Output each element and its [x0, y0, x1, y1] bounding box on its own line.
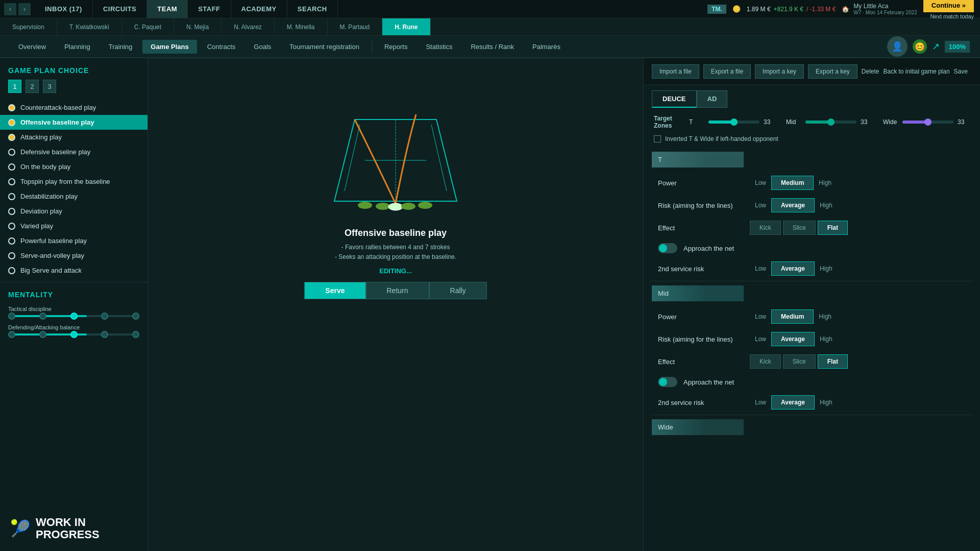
tz-t-slider[interactable]	[708, 121, 760, 124]
t-approach-toggle[interactable]	[658, 243, 677, 253]
tz-wide-slider[interactable]	[902, 121, 953, 124]
zone-wide-section: Wide	[652, 419, 972, 435]
import-file-button[interactable]: Import a file	[652, 64, 699, 79]
left-panel: GAME PLAN CHOICE 1 2 3 Counterattack-bas…	[0, 58, 148, 551]
nav-tournament-reg[interactable]: Tournament registration	[281, 40, 368, 54]
play-offensive-baseline[interactable]: Offensive baseline play	[0, 115, 148, 130]
player-tab-alvarez[interactable]: N. Alvarez	[222, 18, 275, 35]
mid-service-average-button[interactable]: Average	[771, 395, 815, 410]
play-counterattack[interactable]: Counterattack-based play	[0, 100, 148, 115]
return-tab[interactable]: Return	[366, 282, 429, 299]
tactical-discipline-slider[interactable]	[8, 315, 139, 317]
rally-tab[interactable]: Rally	[429, 282, 487, 299]
plan-num-3[interactable]: 3	[43, 80, 56, 93]
nav-reports[interactable]: Reports	[376, 40, 416, 54]
player-tab-partaud[interactable]: M. Partaud	[328, 18, 383, 35]
plan-num-2[interactable]: 2	[26, 80, 39, 93]
nav-overview[interactable]: Overview	[10, 40, 54, 54]
invert-label: Inverted T & Wide if left-handed opponen…	[665, 135, 778, 142]
mid-power-low-label: Low	[750, 313, 771, 320]
defending-attacking-slider[interactable]	[8, 333, 139, 336]
top-bar: ‹ › INBOX (17) CIRCUITS TEAM STAFF ACADE…	[0, 0, 980, 18]
play-topspin[interactable]: Topspin play from the baseline	[0, 174, 148, 189]
player-tab-kwiatkowski[interactable]: T. Kwiatkowski	[57, 18, 122, 35]
nav-contracts[interactable]: Contracts	[199, 40, 244, 54]
play-attacking[interactable]: Attacking play	[0, 130, 148, 145]
delete-button[interactable]: Delete	[862, 68, 879, 75]
player-tab-rune[interactable]: H. Rune	[382, 18, 430, 35]
power-medium-button[interactable]: Medium	[771, 176, 814, 190]
nav-forward-button[interactable]: ›	[18, 3, 31, 15]
serve-tabs: Serve Return Rally	[304, 282, 486, 299]
play-big-serve[interactable]: Big Serve and attack	[0, 263, 148, 278]
play-deviation[interactable]: Deviation play	[0, 204, 148, 219]
top-nav-team[interactable]: TEAM	[147, 0, 188, 18]
mid-service-options: Low Average High	[750, 395, 966, 410]
mid-risk-average-button[interactable]: Average	[771, 332, 815, 346]
top-nav-search[interactable]: SEARCH	[287, 0, 338, 18]
service-average-button[interactable]: Average	[771, 261, 815, 276]
mid-approach-toggle[interactable]	[658, 377, 677, 387]
mid-service-risk-row: 2nd service risk Low Average High	[652, 392, 972, 413]
effect-flat-button[interactable]: Flat	[818, 221, 848, 235]
nav-palmares[interactable]: Palmarès	[524, 40, 569, 54]
nav-training[interactable]: Training	[101, 40, 140, 54]
nav-planning[interactable]: Planning	[56, 40, 99, 54]
mid-effect-slice-button[interactable]: Slice	[783, 354, 816, 369]
tz-mid-slider[interactable]	[805, 121, 856, 124]
ad-tab[interactable]: AD	[697, 90, 728, 108]
play-defensive-baseline[interactable]: Defensive baseline play	[0, 145, 148, 159]
nav-back-button[interactable]: ‹	[4, 3, 16, 15]
invert-checkbox[interactable]	[654, 135, 661, 142]
player-tab-minella[interactable]: M. Minella	[275, 18, 328, 35]
dot-red-icon	[8, 237, 15, 245]
nav-goals[interactable]: Goals	[246, 40, 279, 54]
dot-red-icon	[8, 223, 15, 230]
play-powerful-baseline[interactable]: Powerful baseline play	[0, 233, 148, 248]
play-varied[interactable]: Varied play	[0, 219, 148, 233]
export-file-button[interactable]: Export a file	[703, 64, 751, 79]
import-key-button[interactable]: Import a key	[755, 64, 804, 79]
slider-dot	[132, 313, 139, 320]
mid-effect-flat-button[interactable]: Flat	[818, 354, 848, 369]
serve-tab[interactable]: Serve	[304, 282, 365, 299]
dot-red-icon	[8, 267, 15, 274]
effect-slice-button[interactable]: Slice	[783, 221, 816, 235]
slider-dot	[39, 313, 46, 320]
player-tab-supervision[interactable]: Supervision	[0, 18, 57, 35]
top-nav-academy[interactable]: ACADEMY	[231, 0, 287, 18]
effect-kick-button[interactable]: Kick	[750, 221, 781, 235]
play-serve-volley[interactable]: Serve-and-volley play	[0, 248, 148, 263]
top-actions: Import a file Export a file Import a key…	[644, 58, 980, 85]
save-button[interactable]: Save	[954, 68, 968, 75]
zone-t-header: T	[652, 152, 744, 167]
top-nav-staff[interactable]: STAFF	[188, 0, 231, 18]
top-nav-circuits[interactable]: CIRCUITS	[93, 0, 147, 18]
nav-statistics[interactable]: Statistics	[418, 40, 460, 54]
mid-effect-kick-button[interactable]: Kick	[750, 354, 781, 369]
mid-power-medium-button[interactable]: Medium	[771, 309, 814, 324]
continue-button[interactable]: Continue »	[923, 0, 974, 12]
tz-wide-label: Wide	[883, 118, 898, 126]
export-key-button[interactable]: Export a key	[808, 64, 857, 79]
dot-red-icon	[8, 208, 15, 215]
slider-dot	[8, 331, 15, 338]
nav-results-rank[interactable]: Results / Rank	[462, 40, 522, 54]
nav-game-plans[interactable]: Game Plans	[142, 40, 197, 54]
plan-num-1[interactable]: 1	[8, 80, 21, 93]
wip-text: WORK IN PROGRESS	[36, 516, 100, 541]
player-tab-paquet[interactable]: C. Paquet	[122, 18, 174, 35]
mid-risk-label: Risk (aiming for the lines)	[658, 336, 750, 343]
play-on-the-body[interactable]: On the body play	[0, 159, 148, 174]
play-destabilization[interactable]: Destabilization play	[0, 189, 148, 204]
deuce-tab[interactable]: DEUCE	[652, 90, 697, 108]
mid-risk-low-label: Low	[750, 336, 771, 343]
nav-arrows: ‹ ›	[0, 3, 35, 15]
mid-power-high-label: High	[814, 313, 837, 320]
slider-dot	[39, 331, 46, 338]
mid-approach-row: Approach the net	[652, 374, 972, 390]
top-nav-inbox[interactable]: INBOX (17)	[35, 0, 93, 18]
risk-average-button[interactable]: Average	[771, 198, 815, 212]
back-to-initial-button[interactable]: Back to initial game plan	[884, 68, 950, 75]
player-tab-mejia[interactable]: N. Mejia	[174, 18, 222, 35]
